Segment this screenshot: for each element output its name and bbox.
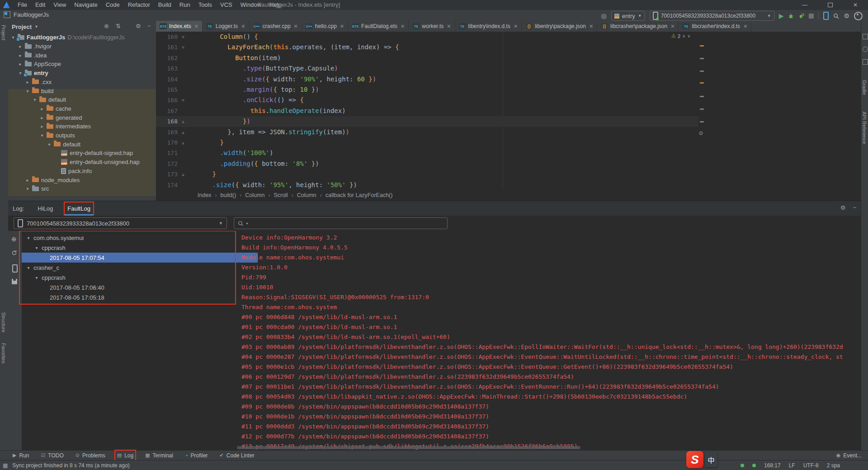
tree-chevron-icon[interactable]: ▸ bbox=[40, 115, 44, 120]
project-tree-row[interactable]: pack.info bbox=[8, 167, 156, 176]
status-message[interactable]: Sync project finished in 8 s 74 ms (a mi… bbox=[12, 462, 129, 469]
stripe-mark[interactable] bbox=[700, 121, 704, 122]
fold-marker-icon[interactable]: ▿ bbox=[180, 32, 186, 42]
close-icon[interactable]: ✕ bbox=[340, 24, 344, 29]
code-line[interactable]: 165 .margin({ top: 10 }) bbox=[156, 85, 861, 95]
search-input[interactable] bbox=[250, 220, 443, 227]
profiler-icon[interactable] bbox=[798, 13, 804, 19]
locate-file-icon[interactable]: ⊕ bbox=[104, 23, 109, 29]
chevron-down-icon[interactable]: ▼ bbox=[34, 24, 38, 29]
menu-item-file[interactable]: File bbox=[14, 0, 31, 10]
code-line[interactable]: 164 .size({ width: '90%', height: 60 }) bbox=[156, 74, 861, 85]
save-log-icon[interactable] bbox=[12, 279, 17, 284]
project-tree-row[interactable]: ▸node_modules bbox=[8, 175, 156, 184]
close-icon[interactable]: ✕ bbox=[401, 24, 405, 29]
tool-window-button-log[interactable]: ▤Log bbox=[117, 452, 133, 459]
tool-window-button-profiler[interactable]: ◔Profiler bbox=[185, 452, 208, 459]
warning-stripe-mark[interactable] bbox=[700, 45, 704, 47]
toolbar-project-name[interactable]: FaultloggerJs bbox=[14, 11, 49, 18]
tree-chevron-icon[interactable]: ▾ bbox=[18, 70, 23, 75]
close-icon[interactable]: ✕ bbox=[670, 24, 675, 29]
warning-stripe-mark[interactable] bbox=[700, 82, 704, 84]
faultlog-content[interactable]: Device info:OpenHarmony 3.2Build info:Op… bbox=[237, 231, 861, 450]
close-button[interactable]: ✕ bbox=[843, 0, 868, 10]
log-tab-hilog[interactable]: HiLog bbox=[37, 204, 54, 213]
project-tree-row[interactable]: ▸.idea bbox=[8, 51, 156, 60]
maximize-button[interactable] bbox=[817, 0, 843, 10]
file-encoding[interactable]: UTF-8 bbox=[803, 462, 819, 469]
fold-marker-icon[interactable]: ▿ bbox=[180, 42, 186, 52]
scroll-to-end-icon[interactable]: ⊕ bbox=[11, 235, 17, 243]
tool-window-button-terminal[interactable]: ▦Terminal bbox=[145, 452, 173, 459]
project-tree-row[interactable]: HAPentry-default-unsigned.hap bbox=[8, 158, 156, 167]
editor-tab[interactable]: C++hello.cpp✕ bbox=[302, 21, 348, 32]
editor-tab[interactable]: TSworker.ts✕ bbox=[409, 21, 455, 32]
editor-tab[interactable]: {}libentry\package.json✕ bbox=[522, 21, 597, 32]
project-panel-title[interactable]: Project bbox=[12, 24, 32, 30]
fold-marker-icon[interactable]: ▿ bbox=[180, 95, 186, 105]
tree-chevron-icon[interactable]: ▾ bbox=[25, 186, 30, 191]
editor-tab[interactable]: C++crasher.cpp✕ bbox=[250, 21, 302, 32]
prev-problem-icon[interactable]: ∧ bbox=[682, 33, 685, 38]
menu-item-edit[interactable]: Edit bbox=[31, 0, 49, 10]
breadcrumb-item[interactable]: Column bbox=[245, 192, 264, 198]
breadcrumb-item[interactable]: Index bbox=[198, 192, 212, 198]
editor-tab[interactable]: TSLogger.ts✕ bbox=[203, 21, 250, 32]
breadcrumb-item[interactable]: build() bbox=[221, 192, 236, 198]
tree-chevron-icon[interactable]: ▾ bbox=[33, 97, 37, 102]
panel-settings-gear-icon[interactable]: ⚙ bbox=[136, 23, 141, 29]
tree-chevron-icon[interactable]: ▸ bbox=[25, 178, 30, 183]
inspections-widget[interactable]: ⚠ 2 ∧ ∨ bbox=[671, 33, 691, 39]
run-button[interactable]: ▶ bbox=[779, 11, 784, 20]
code-line[interactable]: 161▿ LazyForEach(this.operates, (item, i… bbox=[156, 42, 861, 52]
project-tree-row[interactable]: ▸intermediates bbox=[8, 122, 156, 131]
editor-tab[interactable]: TSlibcrasher\index.d.ts✕ bbox=[679, 21, 751, 32]
project-tree-row[interactable]: ▸generated bbox=[8, 113, 156, 122]
tool-strip-api-reference[interactable]: API Reference bbox=[862, 112, 867, 144]
stripe-mark[interactable] bbox=[700, 96, 704, 97]
project-tree-row[interactable]: ▾src bbox=[8, 184, 156, 193]
project-tree-row[interactable]: ▸cache bbox=[8, 104, 156, 113]
tree-chevron-icon[interactable]: ▾ bbox=[11, 35, 15, 40]
tool-window-button-run[interactable]: ▶Run bbox=[13, 452, 29, 459]
close-icon[interactable]: ✕ bbox=[514, 24, 518, 29]
minimize-button[interactable]: — bbox=[792, 0, 817, 10]
debug-bug-icon[interactable] bbox=[788, 13, 794, 19]
tool-strip-gradle[interactable]: Gradle bbox=[862, 80, 867, 95]
code-line[interactable]: 174 .size({ width: '95%', height: '50%' … bbox=[156, 180, 861, 190]
menu-item-build[interactable]: Build bbox=[154, 0, 175, 10]
tree-chevron-icon[interactable]: ▸ bbox=[25, 80, 30, 85]
line-separator[interactable]: LF bbox=[789, 462, 795, 469]
refresh-icon[interactable] bbox=[11, 250, 17, 256]
tree-chevron-icon[interactable]: ▸ bbox=[18, 44, 23, 49]
editor-tab[interactable]: ETSFaultDialog.ets✕ bbox=[348, 21, 409, 32]
account-avatar[interactable] bbox=[854, 12, 863, 20]
device-manager-icon[interactable] bbox=[823, 12, 829, 20]
hide-panel-icon[interactable]: − bbox=[147, 23, 151, 29]
stripe-mark[interactable] bbox=[700, 108, 704, 110]
fold-marker-icon[interactable]: ▵ bbox=[180, 127, 186, 137]
close-icon[interactable]: ✕ bbox=[194, 24, 198, 29]
notifications-icon[interactable] bbox=[863, 34, 868, 39]
menu-item-tools[interactable]: Tools bbox=[194, 0, 216, 10]
device-phone-icon[interactable] bbox=[12, 264, 18, 273]
next-problem-icon[interactable]: ∨ bbox=[687, 33, 690, 38]
close-icon[interactable]: ✕ bbox=[589, 24, 593, 29]
code-editor[interactable]: 160▿ Column() {161▿ LazyForEach(this.ope… bbox=[156, 32, 861, 190]
breadcrumb-item[interactable]: Scroll bbox=[274, 192, 288, 198]
project-tree-row[interactable]: ▾entry bbox=[8, 69, 156, 78]
code-line[interactable]: 169▵ }, item => JSON.stringify(item)) bbox=[156, 127, 861, 137]
project-tree-row[interactable]: ▾FaultloggerJs D:\code\FaultloggerJs bbox=[8, 33, 156, 42]
run-config-select[interactable]: entry ▼ bbox=[611, 11, 645, 21]
code-line[interactable]: 167 this.handleOperate(index) bbox=[156, 106, 861, 116]
horizontal-scrollbar[interactable] bbox=[237, 446, 580, 449]
code-line[interactable]: 171 .width('100%') bbox=[156, 148, 861, 158]
project-tree-row[interactable]: HAPentry-default-signed.hap bbox=[8, 149, 156, 158]
editor-tab[interactable]: {}libcrasher\package.json✕ bbox=[597, 21, 679, 32]
fold-marker-icon[interactable]: ▵ bbox=[180, 116, 186, 127]
project-tree-row[interactable]: ▸.cxx bbox=[8, 78, 156, 87]
tree-chevron-icon[interactable]: ▸ bbox=[40, 106, 44, 111]
menu-item-view[interactable]: View bbox=[49, 0, 70, 10]
tool-window-switcher-icon[interactable]: ▦ bbox=[3, 462, 8, 469]
ime-lang-badge[interactable]: 中 bbox=[705, 452, 717, 467]
